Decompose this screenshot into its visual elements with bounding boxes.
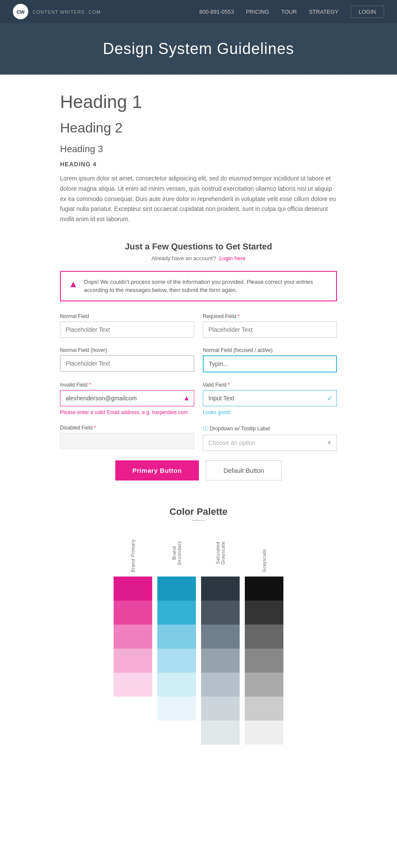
color-swatch (201, 721, 240, 745)
color-swatch (114, 649, 152, 673)
form-title: Just a Few Questions to Get Started (60, 242, 337, 252)
field-normal-input[interactable] (60, 321, 194, 338)
color-swatch (201, 697, 240, 721)
default-button[interactable]: Default Button (206, 460, 282, 481)
heading-3: Heading 3 (60, 144, 337, 155)
main-content: Heading 1 Heading 2 Heading 3 HEADING 4 … (0, 75, 397, 762)
field-required-input[interactable] (203, 321, 337, 338)
primary-button[interactable]: Primary Button (115, 460, 199, 481)
navbar: cw CONTENT WRITERS .com 800-891-0553 PRI… (0, 0, 397, 23)
nav-tour[interactable]: TOUR (281, 9, 297, 15)
field-invalid-input[interactable] (60, 390, 194, 406)
palette-divider (192, 520, 205, 521)
field-disabled: Disabled Field * (60, 425, 194, 451)
heading-2: Heading 2 (60, 120, 337, 136)
palette-group-label: Saturated Grayscale (215, 534, 226, 572)
dropdown-wrapper: Choose an option ▼ (203, 435, 337, 451)
field-invalid-label: Invalid Field * (60, 382, 194, 388)
color-swatch (245, 601, 283, 625)
heading-1: Heading 1 (60, 92, 337, 112)
palette-section: Color Palette Brand PrimaryBrand Seconda… (60, 506, 337, 745)
invalid-warn-icon: ▲ (183, 394, 190, 402)
hero-title: Design System Guidelines (103, 40, 294, 58)
login-button[interactable]: LOGIN (351, 6, 384, 18)
color-swatch (114, 625, 152, 649)
form-row-3: Invalid Field * ▲ Please enter a valid E… (60, 382, 337, 415)
swatches-column (201, 577, 240, 745)
color-swatch (157, 649, 196, 673)
error-icon: ▲ (69, 279, 78, 290)
logo-initials: cw (17, 8, 25, 15)
form-section: Just a Few Questions to Get Started Alre… (60, 242, 337, 481)
invalid-star: * (89, 382, 91, 388)
login-link[interactable]: Login here (219, 255, 245, 261)
color-swatch (245, 649, 283, 673)
color-swatch (201, 649, 240, 673)
field-valid-label: Valid Field * (203, 382, 337, 388)
hero-banner: Design System Guidelines (0, 23, 397, 75)
field-hover: Normal Field (hover) (60, 347, 194, 372)
color-swatch (245, 697, 283, 721)
color-swatch (114, 673, 152, 697)
color-swatch (201, 673, 240, 697)
palette-group: Brand Primary (114, 534, 152, 745)
field-normal-label: Normal Field (60, 313, 194, 319)
color-swatch (157, 577, 196, 601)
color-swatch (157, 697, 196, 721)
color-swatch (201, 625, 240, 649)
body-paragraph: Lorem ipsum dolor sit amet, consectetur … (60, 174, 337, 225)
field-dropdown-select[interactable]: Choose an option (203, 435, 337, 451)
color-swatch (157, 601, 196, 625)
field-hover-input[interactable] (60, 355, 194, 372)
field-focused-input[interactable] (203, 355, 337, 372)
swatches-column (114, 577, 152, 697)
field-focused-label: Normal Field (focused / active) (203, 347, 337, 353)
color-swatch (245, 625, 283, 649)
color-swatch (201, 601, 240, 625)
field-disabled-label: Disabled Field * (60, 425, 194, 431)
valid-input-wrapper: ✓ (203, 390, 337, 406)
palette-group-label: Grayscale (262, 534, 267, 572)
palette-title: Color Palette (60, 506, 337, 517)
error-box: ▲ Oops! We couldn't process some of the … (60, 271, 337, 301)
color-swatch (114, 577, 152, 601)
field-hover-label: Normal Field (hover) (60, 347, 194, 353)
field-valid: Valid Field * ✓ Looks good! (203, 382, 337, 415)
field-normal: Normal Field (60, 313, 194, 338)
field-dropdown: ⓘ Dropdown w/ Tooltip Label Choose an op… (203, 425, 337, 451)
form-row-4: Disabled Field * ⓘ Dropdown w/ Tooltip L… (60, 425, 337, 451)
field-disabled-input (60, 433, 194, 449)
invalid-input-wrapper: ▲ (60, 390, 194, 406)
field-valid-success: Looks good! (203, 409, 337, 415)
error-text: Oops! We couldn't process some of the in… (84, 278, 328, 294)
palette-group-label: Brand Primary (130, 534, 135, 572)
field-invalid: Invalid Field * ▲ Please enter a valid E… (60, 382, 194, 415)
color-swatch (114, 601, 152, 625)
color-swatch (245, 721, 283, 745)
palette-group: Saturated Grayscale (201, 534, 240, 745)
color-swatch (201, 577, 240, 601)
form-row-1: Normal Field Required Field * (60, 313, 337, 338)
disabled-star: * (94, 425, 96, 431)
nav-pricing[interactable]: PRICING (246, 9, 269, 15)
required-star: * (238, 313, 240, 319)
form-subtitle-text: Already have an account? (151, 255, 216, 261)
field-dropdown-label: ⓘ Dropdown w/ Tooltip Label (203, 425, 337, 432)
form-subtitle: Already have an account? Login here (60, 255, 337, 261)
palette-group: Grayscale (245, 534, 283, 745)
field-invalid-error: Please enter a valid Email address, e.g.… (60, 409, 194, 415)
valid-check-icon: ✓ (327, 394, 333, 402)
color-swatch (245, 673, 283, 697)
field-valid-input[interactable] (203, 390, 337, 406)
form-row-2: Normal Field (hover) Normal Field (focus… (60, 347, 337, 372)
logo-icon: cw (13, 4, 28, 19)
field-focused: Normal Field (focused / active) (203, 347, 337, 372)
field-required: Required Field * (203, 313, 337, 338)
color-swatch (157, 673, 196, 697)
swatches-column (245, 577, 283, 745)
logo-name: CONTENT WRITERS .com (33, 9, 101, 15)
heading-4: HEADING 4 (60, 161, 337, 168)
nav-strategy[interactable]: STRATEGY (309, 9, 338, 15)
nav-phone: 800-891-0553 (199, 9, 234, 15)
button-row: Primary Button Default Button (60, 460, 337, 481)
